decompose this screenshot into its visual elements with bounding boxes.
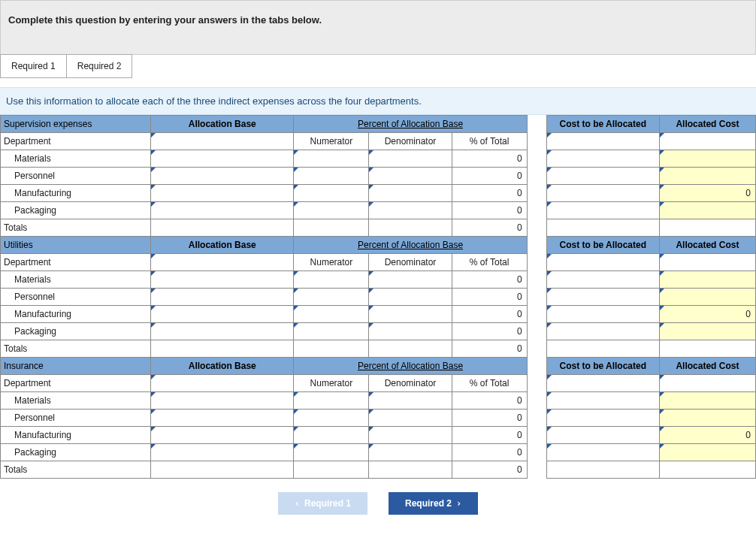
table-row: Packaging0 <box>1 202 756 219</box>
allocated-cost-cell[interactable] <box>659 289 755 306</box>
alloc-header-cell[interactable] <box>659 133 755 150</box>
cost-input[interactable] <box>546 323 659 340</box>
numerator-input[interactable] <box>294 323 369 340</box>
allocation-base-input[interactable] <box>151 185 294 202</box>
cost-input[interactable] <box>546 168 659 185</box>
allocation-base-input[interactable] <box>151 289 294 306</box>
cost-header-cell[interactable] <box>546 375 659 392</box>
denominator-input[interactable] <box>369 444 452 461</box>
denominator-input[interactable] <box>369 271 452 289</box>
denominator-input[interactable] <box>369 306 452 323</box>
dept-label: Personnel <box>1 410 151 427</box>
next-button[interactable]: Required 2 › <box>389 492 478 515</box>
cost-input[interactable] <box>546 427 659 444</box>
totals-den <box>369 461 452 479</box>
cost-input[interactable] <box>546 202 659 219</box>
totals-num <box>294 340 369 358</box>
allocated-cost-cell[interactable]: 0 <box>659 185 755 202</box>
numerator-input[interactable] <box>294 271 369 289</box>
prev-label: Required 1 <box>304 498 351 509</box>
col-denominator: Denominator <box>369 375 452 392</box>
numerator-input[interactable] <box>294 185 369 202</box>
col-cost: Cost to be Allocated <box>546 116 659 133</box>
allocation-base-input[interactable] <box>151 271 294 289</box>
allocation-base-input[interactable] <box>151 323 294 340</box>
allocated-cost-cell[interactable] <box>659 392 755 410</box>
cost-header-cell[interactable] <box>546 254 659 271</box>
numerator-input[interactable] <box>294 392 369 410</box>
numerator-input[interactable] <box>294 410 369 427</box>
allocated-cost-cell[interactable] <box>659 410 755 427</box>
cost-input[interactable] <box>546 306 659 323</box>
gap <box>527 340 546 358</box>
pct-value: 0 <box>452 306 527 323</box>
col-percent-base: Percent of Allocation Base <box>294 237 527 254</box>
cost-input[interactable] <box>546 410 659 427</box>
numerator-input[interactable] <box>294 427 369 444</box>
allocation-base-input[interactable] <box>151 202 294 219</box>
allocation-base-input[interactable] <box>151 444 294 461</box>
totals-num <box>294 219 369 237</box>
cost-input[interactable] <box>546 444 659 461</box>
cost-input[interactable] <box>546 150 659 168</box>
gap <box>527 150 546 168</box>
totals-den <box>369 219 452 237</box>
dept-label: Personnel <box>1 289 151 306</box>
allocated-cost-cell[interactable]: 0 <box>659 306 755 323</box>
allocated-cost-cell[interactable] <box>659 444 755 461</box>
denominator-input[interactable] <box>369 410 452 427</box>
cost-input[interactable] <box>546 185 659 202</box>
col-department: Department <box>1 375 151 392</box>
alloc-header-cell[interactable] <box>659 254 755 271</box>
tab-required-2[interactable]: Required 2 <box>67 54 133 78</box>
totals-cost <box>546 340 659 358</box>
base-header-cell[interactable] <box>151 133 294 150</box>
denominator-input[interactable] <box>369 323 452 340</box>
numerator-input[interactable] <box>294 444 369 461</box>
denominator-input[interactable] <box>369 392 452 410</box>
col-numerator: Numerator <box>294 254 369 271</box>
alloc-header-cell[interactable] <box>659 375 755 392</box>
base-header-cell[interactable] <box>151 254 294 271</box>
allocated-cost-cell[interactable]: 0 <box>659 427 755 444</box>
gap <box>527 358 546 375</box>
allocation-base-input[interactable] <box>151 306 294 323</box>
base-header-cell[interactable] <box>151 375 294 392</box>
cost-input[interactable] <box>546 289 659 306</box>
tab-required-1[interactable]: Required 1 <box>0 54 67 78</box>
numerator-input[interactable] <box>294 306 369 323</box>
cost-input[interactable] <box>546 271 659 289</box>
allocation-base-input[interactable] <box>151 410 294 427</box>
denominator-input[interactable] <box>369 202 452 219</box>
numerator-input[interactable] <box>294 202 369 219</box>
allocated-cost-cell[interactable] <box>659 323 755 340</box>
denominator-input[interactable] <box>369 185 452 202</box>
table-row: Manufacturing00 <box>1 306 756 323</box>
numerator-input[interactable] <box>294 168 369 185</box>
allocated-cost-cell[interactable] <box>659 168 755 185</box>
gap <box>527 237 546 254</box>
prev-button[interactable]: ‹ Required 1 <box>278 492 367 515</box>
allocation-base-input[interactable] <box>151 392 294 410</box>
gap <box>527 185 546 202</box>
totals-alloc <box>659 340 755 358</box>
allocation-base-input[interactable] <box>151 150 294 168</box>
denominator-input[interactable] <box>369 150 452 168</box>
table-row: Personnel0 <box>1 289 756 306</box>
denominator-input[interactable] <box>369 289 452 306</box>
pct-value: 0 <box>452 168 527 185</box>
allocation-base-input[interactable] <box>151 168 294 185</box>
allocated-cost-cell[interactable] <box>659 150 755 168</box>
dept-label: Manufacturing <box>1 427 151 444</box>
denominator-input[interactable] <box>369 168 452 185</box>
numerator-input[interactable] <box>294 150 369 168</box>
totals-den <box>369 340 452 358</box>
denominator-input[interactable] <box>369 427 452 444</box>
gap <box>527 323 546 340</box>
allocated-cost-cell[interactable] <box>659 202 755 219</box>
cost-header-cell[interactable] <box>546 133 659 150</box>
allocated-cost-cell[interactable] <box>659 271 755 289</box>
cost-input[interactable] <box>546 392 659 410</box>
numerator-input[interactable] <box>294 289 369 306</box>
allocation-base-input[interactable] <box>151 427 294 444</box>
